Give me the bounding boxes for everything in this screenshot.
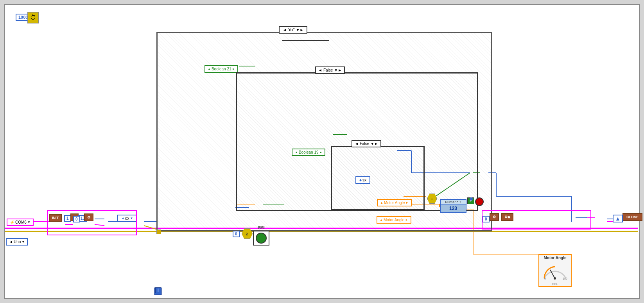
com-selector[interactable]: ⚡ COM6 ▼	[7, 219, 34, 226]
gauge-body: 0 180	[539, 261, 571, 282]
timer-icon[interactable]: ⏱	[27, 12, 39, 23]
pmi-label: PMI	[258, 226, 265, 230]
svg-text:180: 180	[563, 277, 567, 280]
case-selector-false2[interactable]: ◄ False ▼►	[352, 140, 381, 147]
up-arrow-block[interactable]: ▲	[613, 215, 623, 222]
case-selector-false1[interactable]: ◄ False ▼►	[315, 66, 345, 74]
arduino-close-block[interactable]: CLOSE	[622, 213, 642, 221]
gauge-svg: 0 180	[542, 263, 568, 280]
compare-block-pmi[interactable]: ≥	[242, 228, 253, 239]
main-canvas: 1000 ⏱ ◄ "dx" ▼► ▲ Boolean 21 ► ◄ False …	[4, 4, 640, 299]
uno-label: Uno	[14, 240, 21, 244]
com-label: COM6	[15, 220, 27, 224]
false-label2: False	[360, 142, 369, 146]
loop-bottom-connector	[156, 229, 161, 234]
motor-angle-node1: ▲ Motor Angle ►	[377, 216, 411, 224]
svg-text:0: 0	[544, 277, 546, 280]
numeric7-label: Numeric 7	[441, 200, 466, 205]
pmi-block[interactable]: PMI	[251, 226, 271, 246]
numeric7-display: Numeric 7 123	[440, 199, 466, 213]
left-pink-border	[47, 210, 137, 235]
boolean21-node: ▲ Boolean 21 ►	[205, 65, 238, 73]
boolean19-node: ▲ Boolean 19 ►	[292, 149, 325, 156]
motor-angle-node2: ▲ Motor Angle ►	[377, 199, 412, 206]
svg-point-46	[554, 277, 556, 280]
junction-dot-blue	[470, 197, 473, 201]
right-pink-border	[482, 210, 591, 229]
stop-button[interactable]	[475, 197, 484, 206]
false-label1: False	[323, 68, 333, 72]
pmi-outer	[253, 231, 269, 246]
num0-pmi: 0	[233, 231, 240, 237]
case-selector-dx[interactable]: ◄ "dx" ▼►	[279, 26, 307, 34]
svg-line-40	[144, 226, 157, 229]
pmi-circle	[256, 233, 267, 244]
iteration-label: i	[155, 287, 161, 293]
motor-angle-gauge: Motor Angle 0 180 DBL	[538, 254, 572, 287]
numeric7-value: 123	[441, 205, 466, 212]
uno-selector[interactable]: ◄ Uno ▼	[6, 238, 28, 246]
motor-angle-gauge-label: Motor Angle	[539, 255, 571, 261]
dx-case-label: "dx"	[288, 28, 295, 32]
sx-block[interactable]: ◆ sx	[355, 176, 370, 184]
gauge-obd: DBL	[539, 282, 571, 286]
inner-case-1: ◄ False ▼► ▲ Boolean 19 ► ◄ False ▼►	[236, 72, 478, 211]
